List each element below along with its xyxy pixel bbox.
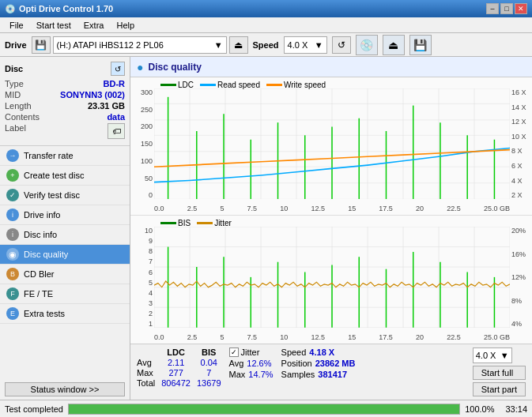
maximize-button[interactable]: □ <box>500 3 513 14</box>
jitter-avg-row: Avg 12.6% <box>229 359 274 368</box>
right-action-buttons: 4.0 X ▼ Start full Start part <box>473 348 526 396</box>
menu-help[interactable]: Help <box>110 20 141 31</box>
sidebar-item-transfer-rate[interactable]: → Transfer rate <box>0 146 130 166</box>
test-speed-dropdown[interactable]: 4.0 X ▼ <box>473 348 512 363</box>
bottom-y-axis-left: 10 9 8 7 6 5 4 3 2 1 <box>130 227 154 328</box>
disc-label-row: Label 🏷 <box>5 123 125 139</box>
eject-icon-button[interactable]: ⏏ <box>383 35 405 55</box>
disc-quality-header: ● Disc quality <box>130 57 532 77</box>
sidebar-item-verify-test-disc[interactable]: ✓ Verify test disc <box>0 186 130 205</box>
sidebar-item-drive-info[interactable]: i Drive info <box>0 205 130 225</box>
legend-read-speed: Read speed <box>200 81 260 89</box>
progress-bar-fill <box>69 404 459 414</box>
disc-panel-title: Disc <box>5 64 23 73</box>
disc-label-icon[interactable]: 🏷 <box>108 123 125 139</box>
legend-write-speed: Write speed <box>266 81 326 89</box>
jitter-color <box>197 222 213 224</box>
transfer-rate-icon: → <box>6 149 19 162</box>
drive-icon: 💾 <box>32 36 51 54</box>
progress-bar-container <box>68 404 460 415</box>
write-speed-color <box>266 84 282 86</box>
drive-select-group: 💾 (H:) ATAPI iHBS112 2 PL06 ▼ ⏏ <box>32 36 248 54</box>
minimize-button[interactable]: – <box>486 3 499 14</box>
disc-icon-button[interactable]: 💿 <box>356 35 378 55</box>
top-chart: LDC Read speed Write speed 300 250 20 <box>130 77 532 216</box>
start-part-button[interactable]: Start part <box>473 382 526 396</box>
chart-area: LDC Read speed Write speed 300 250 20 <box>130 77 532 344</box>
speed-row: Speed 4.18 X <box>281 348 356 357</box>
refresh-speed-button[interactable]: ↺ <box>332 36 351 54</box>
speed-stats: Speed 4.18 X Position 23862 MB Samples 3… <box>281 348 356 379</box>
sidebar: Disc ↺ Type BD-R MID SONYNN3 (002) Lengt… <box>0 57 130 400</box>
legend-ldc: LDC <box>160 81 194 89</box>
bottom-chart-legend: BIS Jitter <box>154 217 238 229</box>
verify-test-disc-icon: ✓ <box>6 189 19 201</box>
disc-mid-row: MID SONYNN3 (002) <box>5 90 125 100</box>
bottom-chart-inner <box>154 227 510 328</box>
sidebar-item-fe-te[interactable]: F FE / TE <box>0 284 130 304</box>
app-icon: 💿 <box>5 4 16 14</box>
bottom-x-axis: 0.0 2.5 5 7.5 10 12.5 15 17.5 20 22.5 25… <box>154 333 510 341</box>
disc-info-icon: i <box>6 228 19 241</box>
right-panel: ● Disc quality LDC Read speed <box>130 57 532 400</box>
jitter-max-row: Max 14.7% <box>229 370 274 379</box>
disc-length-row: Length 23.31 GB <box>5 101 125 111</box>
sidebar-item-extra-tests[interactable]: E Extra tests <box>0 304 130 324</box>
top-chart-inner <box>154 88 510 199</box>
menu-file[interactable]: File <box>3 20 30 31</box>
start-full-button[interactable]: Start full <box>473 366 526 380</box>
bottom-stats: LDC BIS Avg 2.11 0.04 Max 277 7 Total 80… <box>130 344 532 400</box>
disc-quality-header-icon: ● <box>137 61 143 73</box>
top-chart-svg <box>154 88 510 199</box>
menu-extra[interactable]: Extra <box>77 20 111 31</box>
top-y-axis-left: 300 250 200 150 100 50 0 <box>130 88 154 199</box>
sidebar-item-disc-quality[interactable]: ◉ Disc quality <box>0 245 130 265</box>
app-title: Opti Drive Control 1.70 <box>19 4 113 13</box>
samples-row: Samples 381417 <box>281 370 356 379</box>
speed-dropdown[interactable]: 4.0 X ▼ <box>284 36 327 54</box>
disc-type-row: Type BD-R <box>5 79 125 88</box>
menu-start-test[interactable]: Start test <box>30 20 77 31</box>
bis-color <box>160 222 176 224</box>
speed-label: Speed <box>253 40 279 50</box>
drive-info-icon: i <box>6 208 19 221</box>
save-button[interactable]: 💾 <box>409 35 432 55</box>
main-content: Disc ↺ Type BD-R MID SONYNN3 (002) Lengt… <box>0 57 532 400</box>
drive-label: Drive <box>5 40 27 50</box>
bottom-chart: BIS Jitter 10 9 8 7 6 5 4 3 <box>130 216 532 344</box>
bottom-chart-svg <box>154 227 510 328</box>
top-x-axis: 0.0 2.5 5 7.5 10 12.5 15 17.5 20 22.5 25… <box>154 205 510 212</box>
disc-refresh-button[interactable]: ↺ <box>111 62 125 76</box>
create-test-disc-icon: + <box>6 169 19 182</box>
ldc-color <box>160 84 176 86</box>
sidebar-item-disc-info[interactable]: i Disc info <box>0 225 130 245</box>
disc-quality-icon: ◉ <box>6 248 19 261</box>
position-row: Position 23862 MB <box>281 359 356 368</box>
top-y-axis-right: 16 X 14 X 12 X 10 X 8 X 6 X 4 X 2 X <box>510 88 532 199</box>
disc-contents-row: Contents data <box>5 112 125 122</box>
progress-label: 100.0% <box>465 404 494 414</box>
ldc-bis-stats: LDC BIS Avg 2.11 0.04 Max 277 7 Total 80… <box>137 348 221 388</box>
speed-select-row: 4.0 X ▼ <box>473 348 526 363</box>
toolbar: Drive 💾 (H:) ATAPI iHBS112 2 PL06 ▼ ⏏ Sp… <box>0 33 532 57</box>
sidebar-item-create-test-disc[interactable]: + Create test disc <box>0 166 130 186</box>
cd-bler-icon: B <box>6 268 19 280</box>
drive-dropdown[interactable]: (H:) ATAPI iHBS112 2 PL06 ▼ <box>53 36 227 54</box>
fe-te-icon: F <box>6 287 19 300</box>
close-button[interactable]: ✕ <box>515 3 527 14</box>
menu-bar: File Start test Extra Help <box>0 17 532 33</box>
extra-tests-icon: E <box>6 307 19 320</box>
bottom-y-axis-right: 20% 16% 12% 8% 4% <box>510 227 532 328</box>
top-chart-legend: LDC Read speed Write speed <box>154 79 332 91</box>
disc-quality-title: Disc quality <box>148 62 201 73</box>
sidebar-item-cd-bler[interactable]: B CD Bler <box>0 265 130 284</box>
jitter-checkbox-row: ✓ Jitter <box>229 348 274 357</box>
status-text: Test completed <box>5 404 63 414</box>
status-bar: Test completed 100.0% 33:14 <box>0 400 532 417</box>
read-speed-color <box>200 84 216 86</box>
title-bar-left: 💿 Opti Drive Control 1.70 <box>5 4 113 14</box>
jitter-checkbox[interactable]: ✓ <box>229 348 239 357</box>
legend-bis: BIS <box>160 219 191 227</box>
eject-button[interactable]: ⏏ <box>229 36 248 54</box>
status-window-button[interactable]: Status window >> <box>5 382 125 396</box>
